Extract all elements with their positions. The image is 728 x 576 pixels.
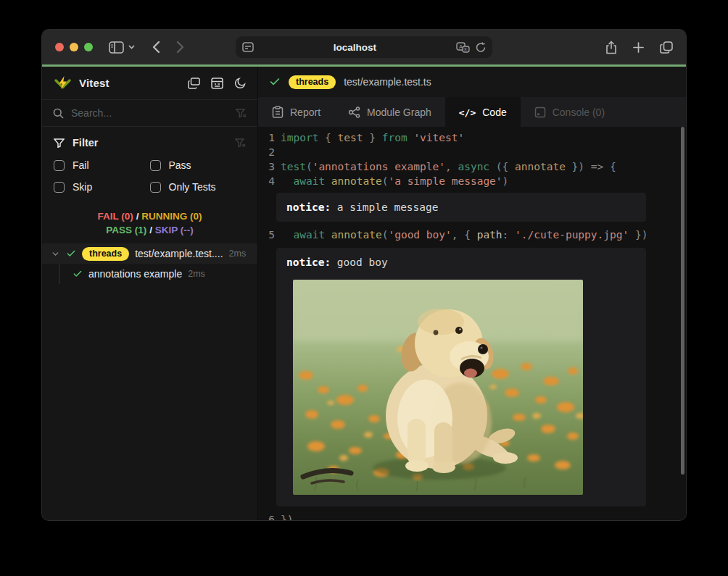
svg-text:A: A [459, 43, 463, 50]
code-editor: 1import { test } from 'vitest'23test('an… [258, 127, 686, 521]
code-token: , { [452, 229, 477, 241]
tree-item-label: test/example.test.... [135, 248, 223, 259]
sidebar-toggle-button[interactable] [109, 41, 135, 54]
panels-icon[interactable] [188, 78, 200, 89]
code-token: async [458, 161, 489, 172]
tree-item-test[interactable]: annotations example2ms [42, 264, 257, 284]
report-icon [272, 106, 284, 118]
dark-mode-moon-icon[interactable] [234, 78, 246, 89]
annotation-text: notice: good boy [286, 255, 636, 270]
minimize-window-button[interactable] [70, 43, 78, 51]
code-token: : [502, 229, 515, 241]
tab-module-graph[interactable]: Module Graph [334, 97, 445, 127]
tab-report[interactable]: Report [258, 97, 334, 127]
filter-option-pass[interactable]: Pass [150, 159, 247, 171]
close-window-button[interactable] [55, 43, 64, 51]
code-token: test [338, 132, 363, 143]
status-line-pass-skip: PASS (1) / SKIP (--) [42, 223, 257, 237]
code-token: }) [629, 229, 648, 241]
puppy-photo [293, 280, 583, 495]
code-token: from [382, 132, 408, 143]
code-token [325, 229, 331, 241]
pool-badge: threads [82, 247, 129, 261]
address-bar[interactable]: localhost A x [236, 36, 492, 58]
code-token: }) [281, 514, 293, 521]
checkbox-label: Only Tests [169, 181, 216, 193]
tree-item-label: annotations example [88, 268, 182, 280]
search-input[interactable] [71, 107, 228, 119]
status-line-fail-running: FAIL (0) / RUNNING (0) [42, 209, 257, 223]
code-token: ) [502, 175, 509, 187]
filter-option-fail[interactable]: Fail [54, 159, 150, 171]
tree-item-file[interactable]: threadstest/example.test....2ms [42, 243, 257, 264]
checkbox-skip[interactable] [54, 182, 65, 193]
view-tabbar: ReportModule Graph</>CodeConsole (0) [258, 97, 686, 127]
editor-scrollbar[interactable] [681, 127, 684, 475]
code-text: import { test } from 'vitest' [281, 130, 464, 145]
page-icon [242, 42, 254, 52]
annotation-text: notice: a simple message [286, 200, 636, 214]
clear-search-filter-icon[interactable] [236, 109, 247, 118]
tab-overview-icon[interactable] [660, 41, 673, 54]
code-text: await annotate('a simple message') [281, 174, 508, 188]
code-text: await annotate('good boy', { path: './cu… [281, 228, 648, 242]
status-segment: SKIP (--) [155, 225, 194, 235]
line-number: 5 [265, 228, 275, 242]
module-graph-icon [348, 107, 360, 118]
search-icon [53, 108, 64, 119]
code-line: 3test('annotations example', async ({ an… [265, 159, 686, 174]
code-text: test('annotations example', async ({ ann… [281, 159, 616, 174]
checkbox-only-tests[interactable] [150, 182, 161, 193]
code-line: 4 await annotate('a simple message') [265, 174, 686, 188]
console-icon [534, 107, 546, 118]
test-pass-icon [73, 269, 83, 279]
code-text: }) [281, 512, 293, 521]
chevron-down-icon [128, 45, 135, 49]
line-number: 4 [265, 174, 275, 188]
code-line: 6}) [265, 512, 686, 521]
tab-console-0[interactable]: Console (0) [521, 97, 619, 127]
code-token: await [293, 175, 325, 187]
code-token: { [318, 132, 337, 143]
code-token [281, 229, 293, 241]
code-token: test [281, 161, 306, 172]
annotation-label: notice: [286, 201, 331, 213]
code-token: annotate [331, 175, 382, 187]
checkbox-label: Fail [73, 159, 89, 171]
tab-code[interactable]: </>Code [445, 97, 521, 127]
status-segment: / [146, 225, 154, 235]
back-button[interactable] [152, 41, 160, 54]
line-number: 6 [265, 512, 275, 521]
line-number: 2 [265, 145, 275, 159]
annotation-image [293, 280, 583, 495]
checkbox-fail[interactable] [54, 160, 65, 171]
filter-funnel-icon [54, 138, 65, 148]
reload-icon[interactable] [476, 42, 486, 53]
main-panel: threads test/example.test.ts ReportModul… [258, 67, 686, 521]
checkbox-pass[interactable] [150, 160, 161, 171]
translate-icon[interactable]: A x [456, 42, 470, 53]
annotation-box: notice: good boy [276, 248, 646, 506]
tab-label: Report [290, 107, 320, 118]
url-text: localhost [254, 42, 456, 53]
zoom-window-button[interactable] [84, 43, 93, 51]
test-duration: 2ms [188, 269, 205, 279]
share-icon[interactable] [605, 41, 617, 54]
test-pass-icon [66, 249, 76, 259]
sidebar-toggle-icon [109, 41, 124, 54]
checkbox-label: Skip [73, 181, 92, 193]
code-token: ( [306, 161, 313, 172]
chevron-down-icon[interactable] [51, 249, 60, 259]
code-token: await [293, 229, 325, 241]
tab-label: Console (0) [553, 107, 605, 118]
browser-titlebar: localhost A x [42, 30, 686, 64]
filter-option-only-tests[interactable]: Only Tests [150, 181, 247, 193]
clear-filter-icon[interactable] [235, 138, 246, 148]
app-title: Vitest [79, 77, 109, 89]
filter-option-skip[interactable]: Skip [54, 181, 150, 193]
forward-button[interactable] [176, 41, 184, 54]
new-tab-icon[interactable] [633, 41, 644, 54]
code-token: 'a simple message' [388, 175, 502, 187]
dashboard-icon[interactable] [211, 78, 223, 89]
code-token: './cute-puppy.jpg' [515, 229, 629, 241]
